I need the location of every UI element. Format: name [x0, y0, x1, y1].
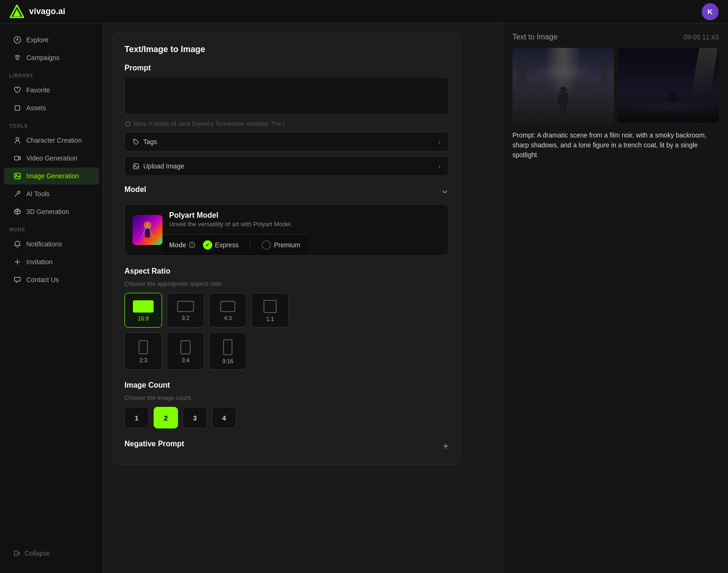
ar-3-2-shape [177, 301, 194, 312]
svg-rect-21 [558, 93, 561, 104]
express-check-icon: ✓ [203, 240, 212, 250]
svg-point-16 [144, 222, 151, 229]
refresh-icon [124, 121, 131, 127]
svg-rect-23 [560, 107, 563, 114]
collapse-label: Collapse [24, 550, 50, 557]
sidebar-item-favorite[interactable]: Favorite [4, 82, 99, 99]
result-title: Text to Image [512, 33, 558, 41]
right-panel: Text to Image 09-05 11:43 [503, 23, 728, 573]
aspect-ratio-grid-row2: 2:3 3:4 9:16 [124, 332, 449, 370]
plus-icon [13, 258, 22, 266]
sidebar-item-video-generation[interactable]: Video Generation [4, 150, 99, 167]
svg-point-6 [16, 138, 19, 140]
ar-2-3-shape [139, 340, 148, 354]
mode-express[interactable]: ✓ Express [203, 240, 239, 250]
result-prompt-text: Prompt: A dramatic scene from a film noi… [512, 130, 719, 160]
ar-4-3-shape [220, 301, 235, 312]
ar-1-1-shape [263, 300, 277, 313]
top-header: vivago.ai K [0, 0, 728, 23]
count-1-button[interactable]: 1 [124, 407, 149, 428]
noir-scene-1 [512, 48, 614, 123]
model-thumbnail [132, 215, 163, 245]
sidebar-item-3d-generation[interactable]: 3D Generation [4, 203, 99, 220]
model-chevron-icon[interactable] [441, 188, 449, 196]
model-name: Polyart Model [169, 211, 300, 220]
box-icon [13, 104, 22, 112]
tools-section-label: TOOLS [0, 117, 103, 131]
aspect-1-1-button[interactable]: 1:1 [251, 293, 289, 328]
person-icon [13, 136, 22, 145]
heart-icon [13, 86, 22, 94]
count-row: 1 2 3 4 [124, 407, 449, 428]
radio-icon [13, 53, 22, 62]
count-4-button[interactable]: 4 [212, 407, 236, 428]
count-2-button[interactable]: 2 [154, 407, 178, 428]
model-info: Polyart Model Unveil the versatility of … [169, 211, 300, 249]
aspect-ratio-subtitle: Choose the appropriate aspect ratio. [124, 280, 449, 287]
svg-rect-15 [145, 228, 150, 237]
aspect-16-9-button[interactable]: 16:9 [124, 293, 162, 328]
negative-prompt-section: Negative Prompt + [124, 440, 449, 453]
svg-rect-19 [558, 89, 568, 91]
prompt-label: Prompt [124, 64, 449, 72]
result-timestamp: 09-05 11:43 [683, 33, 719, 41]
idea-hint: Idea: A bottle of Jack Daniel's Tennesse… [124, 120, 449, 127]
negative-prompt-label: Negative Prompt [124, 440, 184, 448]
tools-icon [13, 190, 22, 198]
result-image-1[interactable] [512, 48, 614, 123]
svg-rect-7 [15, 156, 19, 160]
svg-point-10 [134, 140, 135, 141]
aspect-9-16-button[interactable]: 9:16 [209, 332, 247, 370]
svg-rect-5 [15, 106, 20, 110]
sidebar: Explore Campaigns LIBRARY Favorite Asset… [0, 23, 103, 573]
mode-divider [250, 240, 250, 250]
aspect-3-2-button[interactable]: 3:2 [167, 293, 204, 328]
upload-image-button[interactable]: Upload Image › [124, 156, 449, 176]
aspect-3-4-button[interactable]: 3:4 [167, 332, 204, 370]
aspect-4-3-button[interactable]: 4:3 [209, 293, 247, 328]
image-count-subtitle: Choose the image count. [124, 394, 449, 401]
tag-icon [132, 138, 139, 145]
compass-icon [13, 36, 22, 44]
mode-row: Mode ✓ Express Premium [162, 234, 308, 255]
collapse-btn[interactable]: Collapse [4, 545, 99, 561]
model-card: Polyart Model Unveil the versatility of … [124, 204, 449, 256]
image-icon [13, 172, 22, 180]
tags-chevron-icon: › [439, 138, 441, 145]
sidebar-item-notifications[interactable]: Notifications [4, 236, 99, 252]
sidebar-item-contact-us[interactable]: Contact Us [4, 271, 99, 288]
sidebar-item-image-generation[interactable]: Image Generation [4, 168, 99, 184]
user-avatar[interactable]: K [702, 3, 719, 20]
sidebar-item-character-creation[interactable]: Character Creation [4, 132, 99, 149]
result-images-grid [512, 48, 719, 123]
panel-title: Text/Image to Image [124, 45, 449, 54]
video-icon [13, 154, 22, 162]
ar-16-9-shape [133, 300, 154, 313]
library-section-label: LIBRARY [0, 67, 103, 81]
negative-prompt-header: Negative Prompt + [124, 440, 449, 453]
mode-label: Mode [169, 241, 195, 249]
tags-button[interactable]: Tags › [124, 132, 449, 152]
svg-rect-22 [565, 93, 568, 104]
svg-marker-3 [16, 38, 18, 41]
more-section-label: MORE [0, 221, 103, 235]
logo-text: vivago.ai [29, 7, 65, 16]
aspect-2-3-button[interactable]: 2:3 [124, 332, 162, 370]
mode-premium[interactable]: Premium [262, 240, 300, 250]
vivago-logo-icon [9, 4, 24, 19]
sidebar-item-invitation[interactable]: Invitation [4, 253, 99, 270]
sidebar-item-ai-tools[interactable]: AI Tools [4, 185, 99, 202]
sidebar-item-campaigns[interactable]: Campaigns [4, 49, 99, 66]
aspect-ratio-grid-row1: 16:9 3:2 4:3 1:1 [124, 293, 449, 328]
chat-icon [13, 275, 22, 284]
aspect-ratio-label: Aspect Ratio [124, 267, 449, 275]
prompt-input[interactable] [124, 77, 449, 115]
upload-icon [132, 163, 139, 170]
count-3-button[interactable]: 3 [183, 407, 207, 428]
model-description: Unveil the versatility of art with Polya… [169, 221, 300, 228]
sidebar-item-assets[interactable]: Assets [4, 99, 99, 116]
sidebar-item-explore[interactable]: Explore [4, 31, 99, 48]
logo-area: vivago.ai [9, 4, 65, 19]
negative-prompt-add-icon[interactable]: + [443, 441, 449, 452]
result-image-2[interactable] [618, 48, 719, 123]
